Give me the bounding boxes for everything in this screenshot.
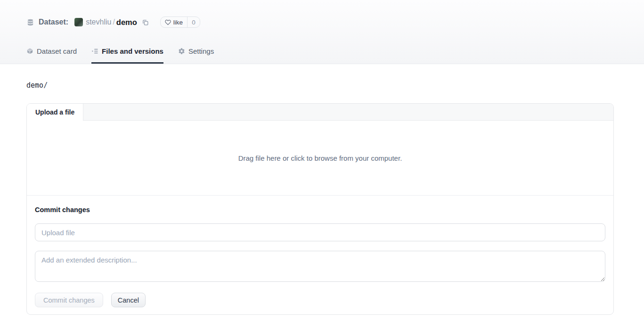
- entity-type-label: Dataset:: [39, 18, 68, 26]
- cancel-button[interactable]: Cancel: [111, 293, 146, 307]
- commit-section: Commit changes Commit changes Cancel: [27, 196, 613, 314]
- commit-actions: Commit changes Cancel: [35, 293, 605, 307]
- breadcrumb-folder-link[interactable]: demo: [26, 81, 43, 90]
- like-label: like: [173, 19, 183, 26]
- cube-icon: [26, 48, 33, 55]
- tab-files-and-versions[interactable]: Files and versions: [91, 47, 163, 64]
- breadcrumb: demo/: [0, 64, 644, 90]
- author-avatar[interactable]: [74, 18, 83, 26]
- repo-nav-tabs: Dataset card Files and versions Settings: [0, 47, 644, 64]
- copy-repo-name-icon[interactable]: [141, 18, 150, 27]
- tab-settings-label: Settings: [188, 47, 214, 55]
- versions-list-icon: [91, 48, 98, 55]
- like-button[interactable]: like: [161, 17, 187, 27]
- tab-dataset-card[interactable]: Dataset card: [26, 47, 77, 64]
- repo-title-row: Dataset: stevhliu / demo like 0: [0, 16, 644, 28]
- tab-upload-a-file[interactable]: Upload a file: [27, 104, 83, 121]
- page-header: Dataset: stevhliu / demo like 0: [0, 0, 644, 64]
- commit-changes-button[interactable]: Commit changes: [35, 293, 103, 307]
- tab-files-and-versions-label: Files and versions: [102, 47, 163, 55]
- heart-icon: [165, 19, 171, 25]
- database-icon: [26, 18, 34, 26]
- author-link[interactable]: stevhliu: [86, 18, 111, 26]
- tab-dataset-card-label: Dataset card: [37, 47, 77, 55]
- commit-heading: Commit changes: [35, 206, 605, 214]
- main-content: demo/ Upload a file Drag file here or cl…: [0, 64, 644, 315]
- gear-icon: [178, 48, 185, 55]
- like-count[interactable]: 0: [187, 17, 200, 27]
- path-separator: /: [113, 18, 114, 26]
- commit-summary-input[interactable]: [35, 223, 605, 241]
- upload-card: Upload a file Drag file here or click to…: [26, 103, 614, 315]
- dropzone-hint-text: Drag file here or click to browse from y…: [238, 154, 402, 162]
- breadcrumb-separator: /: [43, 81, 48, 90]
- tab-settings[interactable]: Settings: [178, 47, 214, 64]
- file-dropzone[interactable]: Drag file here or click to browse from y…: [27, 121, 613, 196]
- upload-card-tabbar: Upload a file: [27, 104, 613, 121]
- commit-description-textarea[interactable]: [35, 251, 605, 282]
- like-widget: like 0: [160, 16, 200, 28]
- repo-name-link[interactable]: demo: [116, 18, 137, 27]
